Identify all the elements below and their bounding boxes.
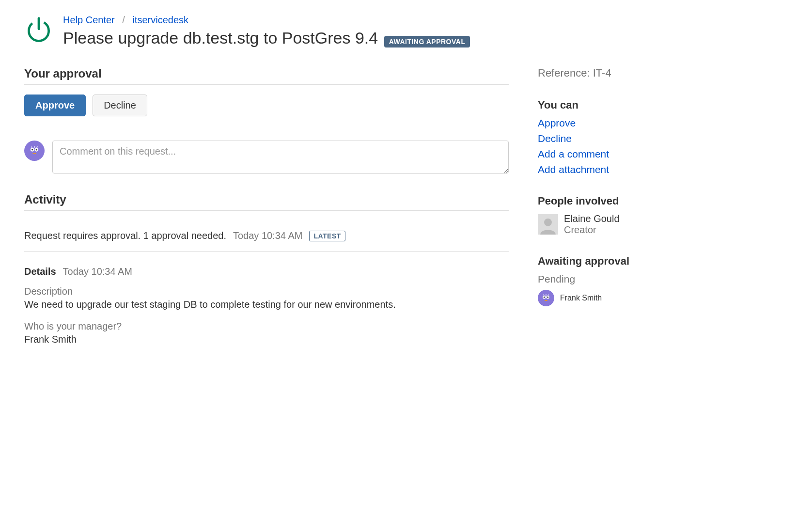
breadcrumb-separator: / xyxy=(122,15,125,25)
breadcrumb: Help Center / itservicedesk xyxy=(63,15,788,26)
breadcrumb-project[interactable]: itservicedesk xyxy=(132,15,188,25)
you-can-heading: You can xyxy=(538,99,678,111)
reference-row: Reference: IT-4 xyxy=(538,67,678,79)
activity-time: Today 10:34 AM xyxy=(233,230,302,241)
current-user-avatar xyxy=(24,141,45,161)
activity-heading: Activity xyxy=(24,193,509,211)
details-title: Details xyxy=(24,266,56,277)
details-time: Today 10:34 AM xyxy=(63,266,132,277)
field-label-manager: Who is your manager? xyxy=(24,321,509,332)
power-icon xyxy=(24,15,53,44)
activity-text: Request requires approval. 1 approval ne… xyxy=(24,230,226,241)
field-label-description: Description xyxy=(24,286,509,297)
action-links: Approve Decline Add a comment Add attach… xyxy=(538,117,678,175)
action-approve[interactable]: Approve xyxy=(538,117,576,128)
svg-point-4 xyxy=(31,149,33,150)
decline-button[interactable]: Decline xyxy=(93,95,147,116)
svg-point-6 xyxy=(544,219,552,226)
approver-name: Frank Smith xyxy=(560,294,602,302)
approval-buttons: Approve Decline xyxy=(24,95,509,116)
page-header: Help Center / itservicedesk Please upgra… xyxy=(24,15,788,47)
field-value-description: We need to upgrade our test staging DB t… xyxy=(24,299,509,310)
svg-point-9 xyxy=(544,297,545,298)
your-approval-heading: Your approval xyxy=(24,67,509,85)
reference-value: IT-4 xyxy=(593,67,611,79)
latest-badge: LATEST xyxy=(309,231,345,241)
details-block: Details Today 10:34 AM Description We ne… xyxy=(24,252,509,345)
people-heading: People involved xyxy=(538,195,678,207)
comment-composer xyxy=(24,141,509,174)
person-row: Elaine Gould Creator xyxy=(538,213,678,236)
field-value-manager: Frank Smith xyxy=(24,334,509,345)
action-add-attachment[interactable]: Add attachment xyxy=(538,164,609,175)
awaiting-heading: Awaiting approval xyxy=(538,255,678,268)
breadcrumb-help-center[interactable]: Help Center xyxy=(63,15,115,25)
page-title: Please upgrade db.test.stg to PostGres 9… xyxy=(63,29,378,47)
approver-row: Frank Smith xyxy=(538,290,678,306)
approve-button[interactable]: Approve xyxy=(24,95,86,116)
reference-label: Reference: xyxy=(538,67,590,79)
approver-avatar xyxy=(538,290,554,306)
comment-input[interactable] xyxy=(52,141,509,174)
activity-item: Request requires approval. 1 approval ne… xyxy=(24,221,509,252)
svg-point-10 xyxy=(547,297,548,298)
awaiting-status: Pending xyxy=(538,273,678,285)
person-role: Creator xyxy=(564,224,620,236)
person-avatar xyxy=(538,214,558,235)
action-decline[interactable]: Decline xyxy=(538,133,572,144)
svg-point-5 xyxy=(36,149,37,150)
status-badge: AWAITING APPROVAL xyxy=(384,36,470,47)
action-add-comment[interactable]: Add a comment xyxy=(538,148,609,159)
person-name: Elaine Gould xyxy=(564,213,620,224)
